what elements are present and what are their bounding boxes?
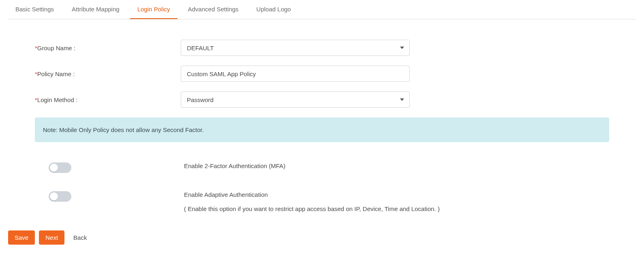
- tab-basic-settings[interactable]: Basic Settings: [8, 0, 61, 19]
- next-button[interactable]: Next: [39, 230, 64, 245]
- tab-bar: Basic Settings Attribute Mapping Login P…: [8, 0, 636, 19]
- row-policy-name: *Policy Name :: [35, 66, 609, 82]
- label-login-method: Login Method :: [37, 96, 77, 103]
- row-group-name: *Group Name : DEFAULT: [35, 40, 609, 56]
- group-name-select[interactable]: DEFAULT: [181, 40, 410, 56]
- policy-name-input[interactable]: [181, 66, 410, 82]
- group-name-select-wrap: DEFAULT: [181, 40, 410, 56]
- row-toggle-mfa: Enable 2-Factor Authentication (MFA): [35, 162, 609, 173]
- login-method-select[interactable]: Password: [181, 92, 410, 108]
- toggle-mfa[interactable]: [49, 162, 71, 173]
- tab-advanced-settings[interactable]: Advanced Settings: [181, 0, 246, 19]
- row-login-method: *Login Method : Password: [35, 92, 609, 108]
- button-row: Save Next Back: [8, 230, 636, 245]
- note-box: Note: Mobile Only Policy does not allow …: [35, 117, 609, 142]
- tab-login-policy[interactable]: Login Policy: [130, 0, 178, 19]
- toggle-knob: [50, 164, 58, 172]
- tab-attribute-mapping[interactable]: Attribute Mapping: [64, 0, 127, 19]
- save-button[interactable]: Save: [8, 230, 35, 245]
- label-mfa: Enable 2-Factor Authentication (MFA): [184, 162, 609, 169]
- back-link[interactable]: Back: [68, 230, 92, 245]
- toggle-knob: [50, 192, 58, 200]
- desc-adaptive: ( Enable this option if you want to rest…: [184, 205, 609, 212]
- row-toggle-adaptive: Enable Adaptive Authentication ( Enable …: [35, 191, 609, 212]
- label-group-name: Group Name :: [37, 45, 75, 51]
- label-policy-name: Policy Name :: [37, 70, 75, 77]
- login-method-select-wrap: Password: [181, 92, 410, 108]
- tab-upload-logo[interactable]: Upload Logo: [249, 0, 298, 19]
- toggle-adaptive[interactable]: [49, 191, 71, 202]
- label-adaptive: Enable Adaptive Authentication: [184, 191, 609, 198]
